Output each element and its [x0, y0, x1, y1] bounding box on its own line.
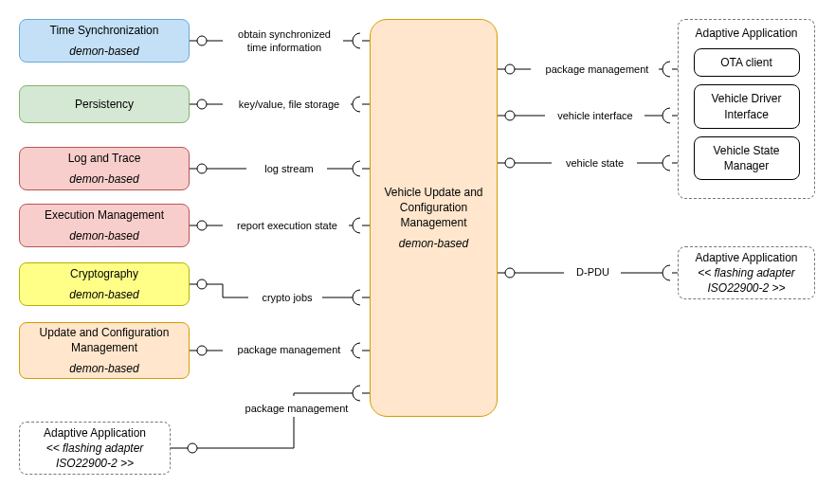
node-line1: << flashing adapter	[698, 265, 795, 280]
label-c5: package management	[227, 344, 351, 357]
node-subtitle: demon-based	[69, 287, 138, 302]
node-subtitle: demon-based	[69, 228, 138, 243]
node-adaptive-right: Adaptive Application << flashing adapter…	[678, 246, 815, 299]
node-title: Update and Configuration Management	[26, 325, 183, 355]
label-c4: crypto jobs	[254, 292, 320, 305]
svg-point-54	[505, 268, 515, 278]
inner-ota: OTA client	[694, 48, 800, 77]
node-persistency: Persistency	[19, 85, 190, 123]
svg-point-1	[197, 36, 207, 45]
group-title: Adaptive Application	[695, 26, 797, 41]
label-c1: key/value, file storage	[227, 99, 351, 112]
label-c2: log stream	[251, 163, 327, 176]
label-c3: report execution state	[226, 220, 349, 233]
node-title: Time Synchronization	[50, 23, 159, 38]
inner-driver-interface: Vehicle Driver Interface	[694, 84, 800, 128]
svg-point-39	[505, 64, 515, 74]
node-adaptive-left: Adaptive Application << flashing adapter…	[19, 422, 171, 475]
node-subtitle: demon-based	[69, 171, 138, 187]
node-line2: ISO22900-2 >>	[56, 456, 134, 471]
svg-point-6	[197, 99, 207, 109]
svg-point-27	[197, 346, 207, 355]
node-exec-mgmt: Execution Management demon-based	[19, 204, 190, 247]
inner-state-manager: Vehicle State Manager	[694, 136, 800, 180]
node-ucm: Update and Configuration Management demo…	[19, 322, 190, 379]
svg-point-44	[505, 111, 515, 120]
svg-point-49	[505, 158, 515, 168]
node-title: Cryptography	[70, 266, 138, 281]
node-time-sync: Time Synchronization demon-based	[19, 19, 190, 63]
svg-point-32	[188, 443, 197, 453]
label-r3: D-PDU	[567, 266, 619, 279]
central-subtitle: demon-based	[399, 236, 468, 251]
label-r2: vehicle state	[554, 157, 635, 171]
node-log-trace: Log and Trace demon-based	[19, 147, 190, 190]
node-line1: << flashing adapter	[46, 441, 144, 456]
node-central: Vehicle Update and Configuration Managem…	[370, 19, 498, 417]
node-adaptive-group: Adaptive Application OTA client Vehicle …	[678, 19, 815, 199]
label-r0: package management	[535, 63, 659, 77]
label-c6: package management	[235, 403, 358, 416]
node-line2: ISO22900-2 >>	[707, 280, 785, 296]
svg-point-11	[197, 164, 207, 173]
svg-point-16	[197, 221, 207, 230]
svg-point-21	[197, 279, 207, 289]
central-title: Vehicle Update and Configuration Managem…	[376, 185, 491, 231]
node-title: Execution Management	[45, 207, 164, 223]
node-title: Log and Trace	[68, 151, 141, 166]
label-c0: obtain synchronized time information	[227, 28, 341, 55]
node-subtitle: demon-based	[69, 361, 138, 376]
node-title: Adaptive Application	[695, 250, 797, 265]
node-subtitle: demon-based	[69, 44, 138, 59]
label-r1: vehicle interface	[548, 110, 643, 123]
node-title: Persistency	[75, 97, 134, 112]
node-title: Adaptive Application	[44, 425, 146, 441]
node-crypto: Cryptography demon-based	[19, 262, 190, 306]
